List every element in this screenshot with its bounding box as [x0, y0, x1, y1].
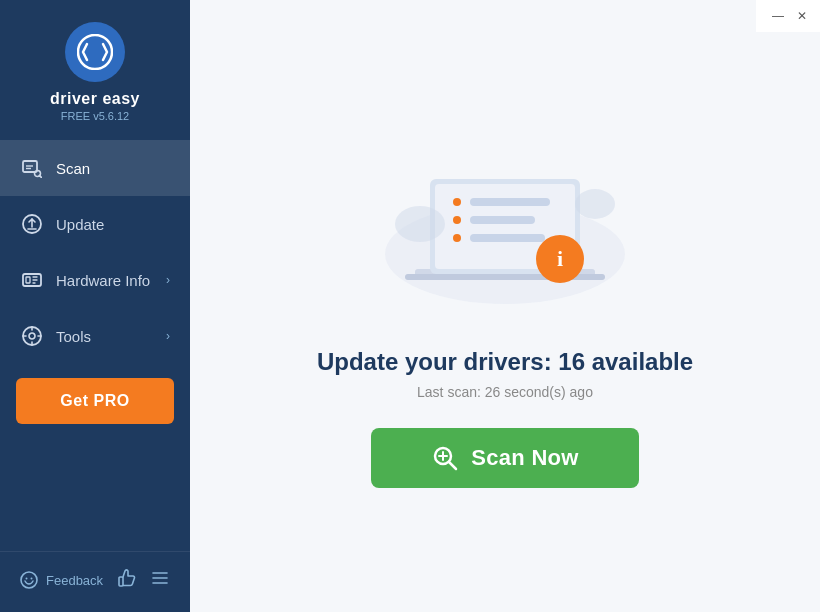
feedback-label: Feedback [46, 573, 103, 588]
svg-rect-33 [470, 198, 550, 206]
title-bar: — ✕ [756, 0, 820, 32]
sidebar-item-hardware-info[interactable]: Hardware Info › [0, 252, 190, 308]
tools-chevron: › [166, 329, 170, 343]
laptop-illustration: i [375, 124, 635, 324]
logo-icon [77, 34, 113, 70]
svg-rect-10 [26, 277, 30, 283]
sidebar: driver easy FREE v5.6.12 Scan [0, 0, 190, 612]
hardware-info-chevron: › [166, 273, 170, 287]
scan-icon [20, 156, 44, 180]
svg-rect-35 [470, 216, 535, 224]
tools-label: Tools [56, 328, 166, 345]
update-title: Update your drivers: 16 available [317, 348, 693, 376]
svg-point-40 [395, 206, 445, 242]
hardware-info-label: Hardware Info [56, 272, 166, 289]
svg-point-34 [453, 216, 461, 224]
hardware-info-icon [20, 268, 44, 292]
app-version: FREE v5.6.12 [61, 110, 129, 122]
logo-area: driver easy FREE v5.6.12 [0, 0, 190, 140]
scan-now-icon [431, 444, 459, 472]
svg-point-20 [21, 572, 37, 588]
svg-point-36 [453, 234, 461, 242]
update-icon [20, 212, 44, 236]
tools-icon [20, 324, 44, 348]
scan-now-button[interactable]: Scan Now [371, 428, 639, 488]
sidebar-item-update[interactable]: Update [0, 196, 190, 252]
app-body: driver easy FREE v5.6.12 Scan [0, 0, 820, 612]
sidebar-item-scan[interactable]: Scan [0, 140, 190, 196]
svg-point-22 [31, 578, 33, 580]
update-label: Update [56, 216, 170, 233]
svg-point-32 [453, 198, 461, 206]
sidebar-footer: Feedback [0, 551, 190, 612]
scan-label: Scan [56, 160, 170, 177]
svg-point-41 [575, 189, 615, 219]
main-content: i Update your drivers: 16 available Last… [190, 0, 820, 612]
app-name: driver easy [50, 90, 140, 108]
minimize-button[interactable]: — [768, 6, 788, 26]
feedback-icon [20, 571, 38, 589]
app-window: — ✕ driver easy FREE v5.6.12 [0, 0, 820, 612]
svg-line-3 [40, 176, 42, 178]
svg-point-21 [26, 578, 28, 580]
svg-point-15 [29, 333, 35, 339]
last-scan-text: Last scan: 26 second(s) ago [417, 384, 593, 400]
svg-rect-23 [119, 577, 123, 586]
list-icon[interactable] [150, 568, 170, 592]
feedback-button[interactable]: Feedback [20, 571, 103, 589]
close-button[interactable]: ✕ [792, 6, 812, 26]
get-pro-button[interactable]: Get PRO [16, 378, 174, 424]
thumbs-up-icon[interactable] [117, 568, 137, 592]
svg-line-43 [449, 462, 456, 469]
sidebar-item-tools[interactable]: Tools › [0, 308, 190, 364]
svg-text:i: i [557, 246, 563, 271]
scan-now-label: Scan Now [471, 445, 579, 471]
svg-rect-37 [470, 234, 545, 242]
app-logo [65, 22, 125, 82]
